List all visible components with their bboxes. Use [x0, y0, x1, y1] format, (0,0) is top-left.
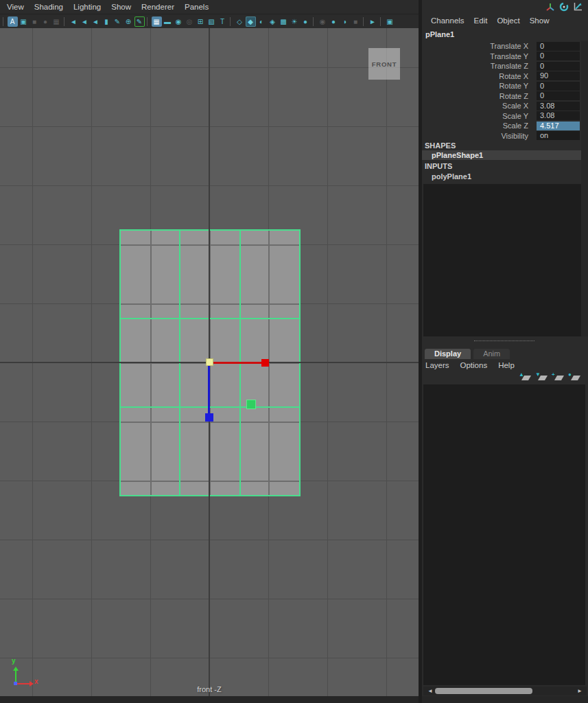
layer-action-glyph: ▼	[535, 371, 541, 378]
channel-label[interactable]: Rotate Y	[422, 82, 532, 90]
panel-menu-item[interactable]: View	[7, 3, 24, 11]
panel-menu-item[interactable]: Show	[111, 3, 131, 11]
select-camera-icon[interactable]: ▣	[19, 16, 29, 27]
channel-value-field[interactable]: 0	[537, 82, 580, 91]
lock-camera-icon[interactable]: ◄	[80, 16, 90, 27]
channel-row: Translate Y 0	[422, 51, 581, 62]
bookmark-icon[interactable]: ▮	[102, 16, 112, 27]
channel-label[interactable]: Translate Z	[422, 62, 532, 70]
shadows-icon[interactable]: ●	[301, 16, 311, 27]
x-axis-line	[15, 683, 30, 684]
channel-box-panel: ChannelsEditObjectShow pPlane1 Translate…	[422, 0, 588, 696]
pan-zoom-icon[interactable]: ⊕	[124, 16, 134, 27]
object-name[interactable]: pPlane1	[425, 30, 454, 38]
channel-value-field[interactable]: 3.08	[537, 111, 580, 120]
grease-pencil-icon[interactable]: ✎	[134, 16, 145, 27]
channel-value-field[interactable]: 0	[537, 51, 580, 60]
horizontal-scrollbar: ◄ ►	[423, 687, 587, 695]
layer-editor-menu-item[interactable]: Help	[498, 361, 515, 369]
layer-editor-tab[interactable]: Anim	[473, 349, 510, 359]
layer-list-area[interactable]	[423, 384, 585, 685]
lights-icon[interactable]: ☀	[290, 16, 300, 27]
layer-editor-tab[interactable]: Display	[425, 349, 471, 359]
panel-menu-item[interactable]: Renderer	[141, 3, 174, 11]
channel-box-scrollbar[interactable]	[581, 41, 588, 336]
camera-roll-icon[interactable]: ◄	[91, 16, 101, 27]
multi-view-icon[interactable]: ▦	[51, 16, 62, 27]
shape-row[interactable]: pPlaneShape1	[422, 150, 581, 160]
move-layer-down-button[interactable]: ▼	[535, 372, 547, 382]
checker-display-icon[interactable]: ▩	[279, 16, 289, 27]
layer-action-glyph: +	[552, 371, 555, 378]
ambient-occlusion-icon[interactable]: ◉	[318, 16, 328, 27]
camera-attributes-icon[interactable]: A	[8, 16, 18, 27]
image-plane-icon[interactable]: ✎	[113, 16, 123, 27]
panel-splitter[interactable]	[474, 341, 534, 341]
channel-box-menu-item[interactable]: Object	[497, 16, 519, 25]
layer-editor-tabs: DisplayAnim	[425, 349, 510, 359]
channel-label[interactable]: Scale Z	[422, 122, 532, 130]
channel-box-menu-item[interactable]: Show	[530, 16, 550, 25]
create-empty-layer-button[interactable]: +	[552, 372, 563, 382]
channel-value-field[interactable]: 0	[537, 91, 580, 100]
film-gate-icon[interactable]: ▬	[163, 16, 173, 27]
motion-blur-icon[interactable]: ●	[329, 16, 339, 27]
channel-label[interactable]: Rotate Z	[422, 92, 532, 100]
channel-label[interactable]: Rotate X	[422, 72, 532, 80]
move-layer-up-button[interactable]: ▲	[519, 372, 530, 382]
anti-alias-icon[interactable]: ◑	[340, 16, 350, 27]
viewport-panel: ViewShadingLightingShowRendererPanels A▣…	[0, 0, 419, 696]
scale-center-handle[interactable]	[206, 358, 213, 366]
textured-display-icon[interactable]: ◐	[257, 16, 267, 27]
channel-label[interactable]: Scale X	[422, 102, 532, 110]
camera-icon[interactable]: ◄	[69, 16, 79, 27]
scale-x-handle[interactable]	[261, 359, 269, 367]
layer-editor-menu-item[interactable]: Layers	[425, 361, 449, 369]
channel-value-field[interactable]: 90	[537, 71, 580, 80]
channel-value-field[interactable]: 0	[537, 42, 580, 51]
xray-display-icon[interactable]: ◈	[268, 16, 278, 27]
shaded-display-icon[interactable]: ◆	[246, 16, 256, 27]
panel-menu-item[interactable]: Lighting	[73, 3, 101, 11]
tripod-axis-icon[interactable]	[545, 2, 555, 12]
channel-box-menu-item[interactable]: Edit	[474, 16, 488, 25]
panel-menu-item[interactable]: Panels	[185, 3, 209, 11]
isolate-select-icon[interactable]: ▣	[385, 16, 395, 27]
channel-label[interactable]: Scale Y	[422, 112, 532, 120]
channel-value-field[interactable]: 4.517	[537, 122, 580, 130]
layer-editor-menu-item[interactable]: Options	[460, 361, 488, 369]
scroll-left-icon[interactable]: ◄	[427, 688, 433, 694]
safe-action-icon[interactable]: ▧	[207, 16, 217, 27]
create-layer-from-selected-button[interactable]: ●	[568, 372, 580, 382]
viewport[interactable]: FRONT y x front -Z	[0, 28, 419, 696]
channel-label[interactable]: Visibility	[422, 132, 532, 140]
input-row[interactable]: polyPlane1	[422, 172, 581, 181]
graph-chart-icon[interactable]	[573, 2, 583, 12]
camera-label-box: FRONT	[368, 48, 400, 80]
channel-box-menu-item[interactable]: Channels	[431, 16, 464, 25]
grease-pencil-frames-icon[interactable]: ■	[30, 16, 40, 27]
scale-y-handle[interactable]	[246, 400, 256, 409]
channel-value-field[interactable]: 3.08	[537, 102, 580, 111]
layer-editor-buttons: ▲ ▼ + ●	[519, 372, 580, 382]
toolbar-separator	[64, 17, 66, 26]
channel-value-field[interactable]: on	[537, 131, 580, 140]
gate-mask-icon[interactable]: ◎	[185, 16, 195, 27]
radial-gauge-icon[interactable]	[559, 2, 569, 12]
exposure-icon[interactable]: ■	[351, 16, 361, 27]
wireframe-display-icon[interactable]: ◇	[235, 16, 245, 27]
toolbar-separator	[363, 17, 365, 26]
resolution-gate-icon[interactable]: ◉	[174, 16, 184, 27]
scrollbar-thumb[interactable]	[435, 688, 532, 694]
grid-toggle-icon[interactable]: ▦	[152, 16, 162, 27]
channel-label[interactable]: Translate X	[422, 42, 532, 50]
panel-menu-item[interactable]: Shading	[34, 3, 63, 11]
safe-title-icon[interactable]: T	[217, 16, 228, 27]
scroll-right-icon[interactable]: ►	[577, 688, 583, 694]
scale-z-handle[interactable]	[205, 413, 213, 422]
region-tools-icon[interactable]: ●	[40, 16, 51, 27]
field-chart-icon[interactable]: ⊞	[196, 16, 206, 27]
channel-label[interactable]: Translate Y	[422, 52, 532, 60]
channel-value-field[interactable]: 0	[537, 62, 580, 71]
select-objects-icon[interactable]: ►	[368, 16, 378, 27]
